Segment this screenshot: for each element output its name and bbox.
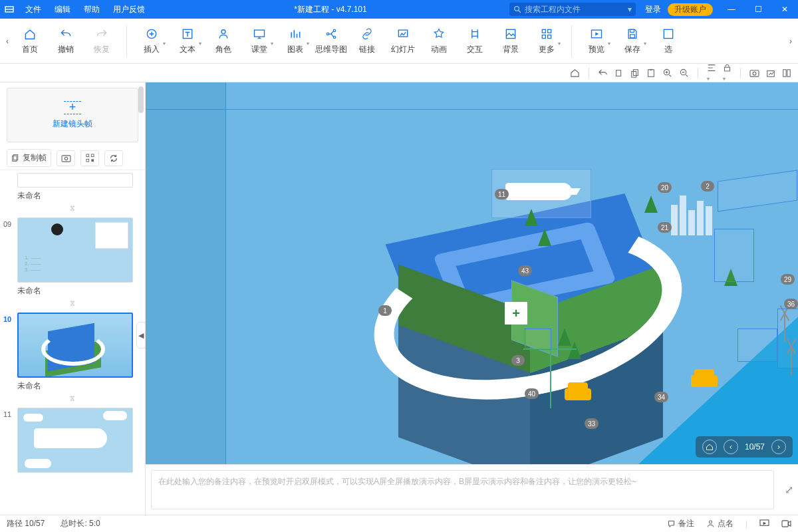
ribbon-slide-button[interactable]: 幻灯片	[385, 25, 421, 57]
object-badge[interactable]: 20	[658, 182, 672, 193]
ribbon-home-button[interactable]: 首页	[12, 25, 48, 57]
panel-collapse-icon[interactable]: ◀	[136, 322, 146, 348]
canvas[interactable]: 11 20 2 21 43 1 29 36 3 40 34 33 ‹ 10/57…	[146, 82, 798, 464]
ribbon-collapse-right-icon[interactable]: ›	[786, 37, 795, 46]
object-badge[interactable]: 11	[495, 189, 509, 200]
login-link[interactable]: 登录	[645, 4, 661, 15]
object-badge[interactable]: 1	[378, 305, 392, 316]
new-frame-button[interactable]: + 新建镜头帧	[7, 88, 138, 142]
svg-rect-28	[767, 70, 775, 76]
svg-point-39	[709, 521, 712, 523]
panel-scrollbar[interactable]	[138, 86, 144, 113]
svg-rect-25	[724, 67, 730, 71]
object-badge[interactable]: 36	[784, 299, 798, 309]
object-badge[interactable]: 2	[701, 181, 714, 192]
object-badge[interactable]: 3	[511, 355, 525, 366]
frame-list: 未命名 ⧖ 09 1. ——2. ——3. —— 未命名 ⧖ 10 未命名 ⧖	[0, 170, 145, 515]
remark-button[interactable]: 备注	[667, 518, 694, 529]
anim-icon	[432, 27, 446, 41]
minimize-icon[interactable]: —	[718, 0, 745, 19]
frame-item[interactable]: 09 1. ——2. ——3. —— 未命名 ⧖	[0, 215, 145, 310]
ribbon-insert-button[interactable]: 插入▾	[134, 25, 170, 57]
maximize-icon[interactable]: ☐	[745, 0, 771, 19]
clipboard-icon[interactable]	[646, 68, 656, 78]
refresh-button[interactable]	[104, 150, 123, 166]
bg-icon	[503, 27, 518, 41]
ribbon-text-button[interactable]: 文本▾	[170, 25, 205, 57]
object-badge[interactable]: 43	[518, 265, 532, 276]
record-button[interactable]	[781, 519, 791, 528]
notes-input[interactable]: 在此处输入您的备注内容，在预览时开启双屏模式，可以实现A屏全屏播放演示内容，B屏…	[151, 470, 774, 509]
notes-panel: 在此处输入您的备注内容，在预览时开启双屏模式，可以实现A屏全屏播放演示内容，B屏…	[146, 464, 798, 515]
chevron-down-icon[interactable]: ▾	[628, 5, 632, 14]
align-icon[interactable]: ▾	[707, 63, 716, 82]
menu-help[interactable]: 帮助	[77, 0, 106, 19]
rollcall-button[interactable]: 点名	[706, 518, 733, 529]
copy-frame-button[interactable]: 复制帧	[7, 149, 51, 167]
svg-rect-9	[398, 30, 407, 37]
editor-area: 11 20 2 21 43 1 29 36 3 40 34 33 ‹ 10/57…	[146, 82, 798, 515]
layout-icon[interactable]	[782, 68, 791, 78]
search-placeholder: 搜索工程内文件	[525, 4, 581, 15]
zoom-out-icon[interactable]	[679, 68, 689, 78]
snapshot-button[interactable]	[57, 150, 75, 166]
ribbon-link-button[interactable]: 链接	[349, 25, 385, 57]
object-badge[interactable]: 21	[658, 222, 672, 233]
expand-icon[interactable]: ⤢	[779, 465, 798, 515]
nav-home-icon[interactable]	[702, 440, 717, 454]
home-icon[interactable]	[570, 68, 580, 78]
nav-prev-icon[interactable]: ‹	[724, 440, 738, 454]
ribbon-more-button[interactable]: 更多▾	[529, 25, 565, 57]
svg-point-6	[327, 33, 329, 35]
role-icon	[216, 27, 231, 41]
frame-item[interactable]: 未命名 ⧖	[0, 170, 145, 215]
undo-view-icon[interactable]	[598, 68, 608, 78]
redo-icon	[94, 27, 109, 41]
frame-name: 未命名	[17, 285, 140, 297]
close-icon[interactable]: ✕	[771, 0, 798, 19]
qr-button[interactable]	[80, 150, 99, 166]
ribbon-collapse-left-icon[interactable]: ‹	[3, 37, 12, 46]
object-badge[interactable]: 33	[585, 418, 598, 429]
menu-bar: 文件 编辑 帮助 用户反馈	[19, 0, 152, 19]
object-badge[interactable]: 29	[781, 274, 795, 285]
ribbon-anim-button[interactable]: 动画	[421, 25, 457, 57]
ribbon-chart-button[interactable]: 图表▾	[277, 25, 313, 57]
ribbon-class-button[interactable]: 课堂▾	[241, 25, 277, 57]
search-icon	[513, 5, 521, 13]
ribbon-bg-button[interactable]: 背景	[493, 25, 529, 57]
ribbon-mind-button[interactable]: 思维导图	[313, 25, 349, 57]
camera-icon[interactable]	[749, 68, 759, 77]
ribbon-preview-button[interactable]: 预览▾	[579, 25, 614, 57]
main-area: + 新建镜头帧 复制帧 未命名 ⧖ 09 1. ——2. ——3. ——	[0, 82, 798, 515]
svg-rect-29	[783, 69, 786, 76]
nav-next-icon[interactable]: ›	[771, 440, 786, 454]
svg-rect-33	[62, 155, 70, 161]
svg-rect-37	[86, 159, 88, 162]
search-input[interactable]: 搜索工程内文件 ▾	[509, 3, 636, 16]
ribbon-redo-button[interactable]: 恢复	[84, 25, 120, 57]
menu-file[interactable]: 文件	[19, 0, 48, 19]
copy-icon[interactable]	[614, 68, 624, 78]
frame-item[interactable]: 11	[0, 405, 145, 474]
ribbon-undo-button[interactable]: 撤销	[48, 25, 84, 57]
svg-rect-30	[787, 69, 790, 76]
ribbon-opt-button[interactable]: 选	[650, 25, 686, 57]
ribbon-inter-button[interactable]: 交互	[457, 25, 493, 57]
ribbon-role-button[interactable]: 角色	[205, 25, 241, 57]
upgrade-button[interactable]: 升级账户	[668, 3, 713, 16]
svg-rect-12	[548, 29, 551, 33]
more-icon	[539, 27, 554, 41]
present-button[interactable]	[759, 519, 769, 528]
object-badge[interactable]: 40	[525, 388, 539, 399]
paste-icon[interactable]	[630, 68, 640, 78]
ribbon-save-button[interactable]: 保存▾	[614, 25, 650, 57]
object-badge[interactable]: 34	[654, 392, 668, 402]
export-icon[interactable]	[766, 68, 775, 78]
lock-icon[interactable]: ▾	[723, 63, 732, 82]
frame-item[interactable]: 10 未命名 ⧖	[0, 310, 145, 405]
menu-feedback[interactable]: 用户反馈	[106, 0, 152, 19]
menu-edit[interactable]: 编辑	[48, 0, 77, 19]
zoom-in-icon[interactable]	[662, 68, 672, 78]
svg-rect-13	[542, 35, 545, 39]
